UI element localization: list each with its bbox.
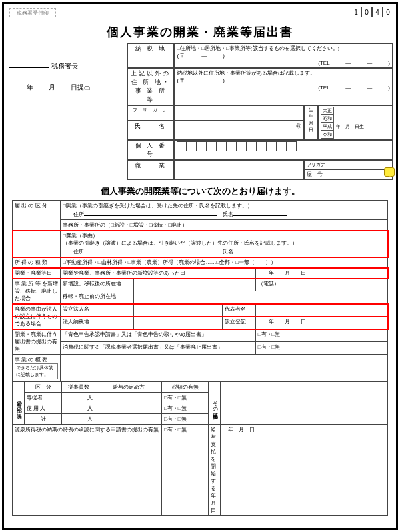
postal[interactable]: ( 〒 ― ) <box>177 52 390 59</box>
date-m: 月 <box>285 270 290 276</box>
office-new-lbl: 新増設、移転後の所在地 <box>61 279 134 291</box>
reason-blue: 「青色申告承認申請書」又は「青色申告の取りやめ届出書」 <box>61 329 256 342</box>
reg-d: 日 <box>301 319 306 325</box>
close-addr-lbl: 住所 <box>73 249 84 255</box>
form-code-1: 1 <box>351 7 361 17</box>
addressee: 税務署長 <box>51 62 78 69</box>
shotoku-body[interactable]: □不動産所得・□山林所得・□事業（農業）所得（廃業の場合……□全部・□一部（ ）… <box>61 257 388 268</box>
pay-cnt1[interactable]: 人 <box>62 393 95 403</box>
corp-rep-lbl: 代表者名 <box>222 304 255 317</box>
reg-m: 月 <box>285 319 290 325</box>
reason-tax: 消費税に関する「課税事業者選択届出書」又は「事業廃止届出書」 <box>61 342 256 355</box>
form-code-2: 0 <box>361 7 372 17</box>
postal2[interactable]: ( 〒 ― ) <box>177 77 390 84</box>
withholding-label: 源泉所得税の納期の特例の承認に関する申請書の提出の有無 <box>13 425 162 516</box>
pay-yn3[interactable]: □有・□無 <box>162 414 209 425</box>
furigana-label: フ リ ガ ナ <box>127 105 174 121</box>
form-title: 個人事業の開業・廃業等届出書 <box>7 24 393 40</box>
era-showa[interactable]: 昭和 <box>321 115 334 123</box>
mynumber-label: 個 人 番 号 <box>127 140 174 160</box>
pay-hdr-3: 給与の定め方 <box>95 382 162 393</box>
trade-name-label: 屋 号 <box>304 169 393 179</box>
pay-yn2[interactable]: □有・□無 <box>162 403 209 414</box>
pay-row3: 計 <box>25 414 62 425</box>
kubun-close[interactable]: □廃業（事由） <box>63 232 385 239</box>
sp-y: 年 <box>228 427 233 433</box>
form-code-3: 4 <box>372 7 383 17</box>
m: 月 <box>49 83 55 91</box>
name-label: 氏 名 <box>127 121 174 140</box>
corp-name-lbl: 設立法人名 <box>61 304 134 317</box>
summary-field[interactable] <box>61 355 388 381</box>
summary-note: できるだけ具体的に記載します。 <box>15 363 58 379</box>
occupation-label: 職 業 <box>127 160 174 179</box>
pay-hdr-4: 税額の有無 <box>162 382 209 393</box>
comment-bubble-icon[interactable] <box>384 167 395 177</box>
pay-cnt3[interactable]: 人 <box>62 414 95 425</box>
kubun-label: 届 出 の 区 分 <box>13 201 61 257</box>
startpay-label: 給与支払を開始する年月日 <box>209 425 221 516</box>
pay-hdr-1: 区 分 <box>25 382 62 393</box>
section-header: 個人事業の開廃業等について次のとおり届けます。 <box>7 185 393 197</box>
withholding-yn[interactable]: □有・□無 <box>162 425 209 516</box>
summary-label: 事 業 の 概 要 できるだけ具体的に記載します。 <box>13 355 61 381</box>
pay-yn1[interactable]: □有・□無 <box>162 393 209 403</box>
kubun-name-lbl: 氏名 <box>223 211 233 217</box>
kubun-close-note: （事業の引継ぎ（譲渡）による場合は、引き継いだ（譲渡した）先の住所・氏名を記載し… <box>63 239 385 247</box>
submit-day: 日提出 <box>71 83 91 91</box>
tel2[interactable]: (TEL ― ― ) <box>177 84 390 91</box>
tel[interactable]: (TEL ― ― ) <box>177 59 390 67</box>
pay-cnt2[interactable]: 人 <box>62 403 95 414</box>
reg-y: 年 <box>269 319 274 325</box>
corp-label: 廃業の事由が法人の設立に伴うものである場合 <box>13 304 61 329</box>
nozei-options[interactable]: □住所地・□居所地・□事業所等(該当するものを選択してください。) <box>177 45 390 52</box>
birth-tail: 年 月 日生 <box>336 124 364 129</box>
other-addr-label: 上記以外の住 所 地・事 業 所 等 <box>127 68 174 105</box>
pay-row1: 専従者 <box>25 393 62 403</box>
kubun-open[interactable]: □開業（事業の引継ぎを受けた場合は、受けた先の住所・氏名を記載します。） <box>63 202 385 209</box>
pay-row2: 使 用 人 <box>25 403 62 414</box>
era-reiwa[interactable]: 令和 <box>321 131 334 139</box>
date-d: 日 <box>301 270 306 276</box>
pay-hdr-2: 従事員数 <box>62 382 95 393</box>
reception-stamp: 税務署受付印 <box>9 8 56 17</box>
nozei-label: 納 税 地 <box>127 43 174 68</box>
corp-reg-lbl: 設立登記 <box>222 317 255 329</box>
kubun-addr-lbl: 住所 <box>73 211 84 217</box>
birth-label: 生年月日 <box>304 105 319 140</box>
era-heisei[interactable]: 平成 <box>321 123 334 131</box>
other-ref-label: その他参考事項 <box>209 382 221 425</box>
form-code-4: 0 <box>383 7 393 17</box>
tax-yesno[interactable]: □有・□無 <box>255 342 387 355</box>
date-y: 年 <box>269 270 274 276</box>
y: 年 <box>27 83 33 91</box>
kubun-office[interactable]: 事務所・事業所の（□新設・□増設・□移転・□廃止） <box>61 220 388 231</box>
blue-yesno[interactable]: □有・□無 <box>255 329 387 342</box>
sp-d: 日 <box>249 427 255 433</box>
mynumber-boxes[interactable] <box>177 141 390 153</box>
era-taisho[interactable]: 大正 <box>321 107 334 115</box>
other-ref-field[interactable] <box>221 382 388 425</box>
office-old-lbl: 移転・廃止前の所在地 <box>61 291 134 304</box>
sp-m: 月 <box>239 427 244 433</box>
pay-side-label: 給与等の支払の状況 <box>13 382 25 425</box>
seal-mark: ㊞ <box>296 123 301 129</box>
trade-furigana: フリガナ <box>304 160 393 169</box>
other-addr-note: 納税地以外に住所地・事業所等がある場合は記載します。 <box>177 69 390 77</box>
close-name-lbl: 氏名 <box>223 249 233 255</box>
date-label: 開業・廃業等日 <box>13 268 61 279</box>
corp-addr-lbl: 法人納税地 <box>61 317 134 329</box>
office-label: 事 業 所 等 を新増設、移転、廃止した場合 <box>13 279 61 304</box>
reason-label: 開業・廃業に伴う届出書の提出の有無 <box>13 329 61 355</box>
office-tel[interactable]: （電話） <box>255 279 387 291</box>
shotoku-label: 所 得 の 種 類 <box>13 257 61 268</box>
date-body: 開業や廃業、事務所・事業所の新増設等のあった日 <box>61 268 256 279</box>
